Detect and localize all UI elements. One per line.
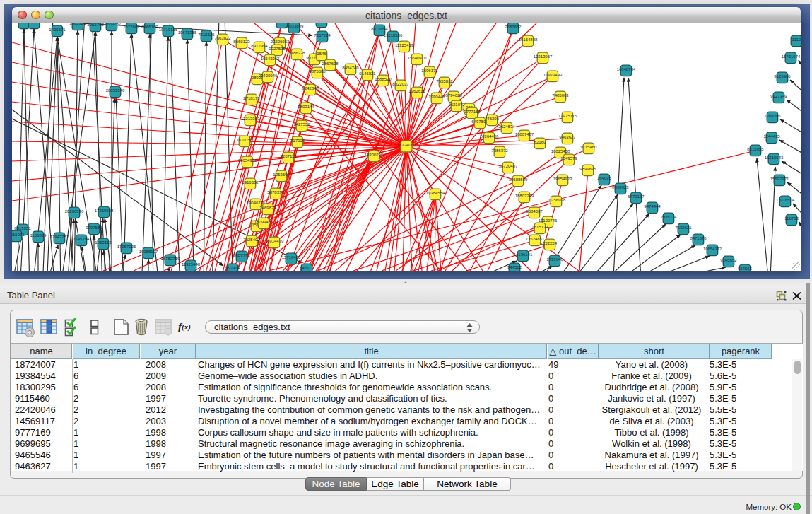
svg-text:9327505: 9327505 xyxy=(269,47,286,51)
svg-text:8813054: 8813054 xyxy=(371,27,388,31)
svg-text:116753: 116753 xyxy=(784,216,799,221)
svg-text:5878334: 5878334 xyxy=(267,190,284,194)
svg-text:952914: 952914 xyxy=(225,266,240,270)
svg-text:8912954: 8912954 xyxy=(251,44,268,48)
svg-text:1362615: 1362615 xyxy=(408,89,425,93)
svg-text:1065325: 1065325 xyxy=(69,23,86,25)
svg-text:10807487: 10807487 xyxy=(515,132,534,136)
svg-text:9242848: 9242848 xyxy=(302,86,319,90)
svg-text:8660123: 8660123 xyxy=(233,40,250,44)
svg-text:16648784: 16648784 xyxy=(617,67,636,71)
svg-text:15720407: 15720407 xyxy=(499,164,518,168)
svg-text:20364436: 20364436 xyxy=(480,134,499,139)
svg-text:20206536: 20206536 xyxy=(65,209,84,214)
svg-text:12213383: 12213383 xyxy=(241,117,260,121)
svg-text:15751074: 15751074 xyxy=(782,54,801,59)
svg-text:(x): (x) xyxy=(182,322,191,332)
svg-text:3267110: 3267110 xyxy=(281,154,298,158)
svg-text:13524851: 13524851 xyxy=(526,237,545,241)
svg-text:6794028: 6794028 xyxy=(445,93,462,98)
svg-text:12975115: 12975115 xyxy=(558,114,577,118)
svg-text:19654952: 19654952 xyxy=(238,158,257,163)
svg-text:16914479: 16914479 xyxy=(265,239,284,243)
svg-text:7357224: 7357224 xyxy=(314,33,331,37)
svg-text:18807249: 18807249 xyxy=(515,194,534,198)
svg-text:1990448: 1990448 xyxy=(428,95,445,99)
svg-text:2867608: 2867608 xyxy=(322,62,339,66)
svg-text:746206: 746206 xyxy=(485,117,500,121)
svg-text:7485063: 7485063 xyxy=(552,93,569,98)
svg-text:252254: 252254 xyxy=(543,241,558,245)
svg-text:7955812: 7955812 xyxy=(436,79,453,83)
svg-text:10025458: 10025458 xyxy=(551,149,570,153)
svg-text:7515526: 7515526 xyxy=(198,33,215,37)
svg-text:1353594: 1353594 xyxy=(273,173,290,177)
svg-text:9146821: 9146821 xyxy=(359,71,376,76)
svg-text:9857771: 9857771 xyxy=(233,253,250,257)
svg-text:10973493: 10973493 xyxy=(543,73,563,77)
svg-text:9777169: 9777169 xyxy=(464,110,481,114)
svg-text:18300295: 18300295 xyxy=(365,153,384,157)
svg-text:845112: 845112 xyxy=(300,266,314,270)
svg-text:1916682: 1916682 xyxy=(242,180,259,185)
svg-text:8938923: 8938923 xyxy=(612,185,629,189)
svg-text:10756928: 10756928 xyxy=(547,198,566,202)
svg-text:6479197: 6479197 xyxy=(628,194,645,199)
svg-text:7632621: 7632621 xyxy=(675,226,692,230)
svg-text:2718179: 2718179 xyxy=(243,96,260,100)
svg-text:1112: 1112 xyxy=(792,37,801,42)
svg-text:164095: 164095 xyxy=(597,176,612,180)
svg-text:1209385: 1209385 xyxy=(764,114,781,118)
svg-text:9129966: 9129966 xyxy=(774,74,791,78)
svg-text:12942757: 12942757 xyxy=(50,235,69,239)
svg-text:1549579: 1549579 xyxy=(560,156,577,160)
svg-text:9245652: 9245652 xyxy=(720,258,737,262)
svg-text:1145194: 1145194 xyxy=(73,237,90,241)
svg-text:9474444: 9474444 xyxy=(644,204,661,209)
svg-text:9427552: 9427552 xyxy=(293,122,310,127)
svg-text:2935114: 2935114 xyxy=(661,215,678,219)
svg-text:1250513: 1250513 xyxy=(95,240,112,245)
svg-text:8454749: 8454749 xyxy=(342,66,359,70)
svg-text:3624534: 3624534 xyxy=(498,124,515,129)
svg-text:10671355: 10671355 xyxy=(178,30,197,35)
svg-text:1527602: 1527602 xyxy=(123,25,140,29)
svg-text:17016504: 17016504 xyxy=(776,198,795,202)
svg-text:1546: 1546 xyxy=(317,52,326,56)
svg-text:8215955: 8215955 xyxy=(747,147,764,151)
svg-text:7663822: 7663822 xyxy=(214,36,231,40)
svg-text:2687682: 2687682 xyxy=(505,25,522,29)
svg-text:10653257: 10653257 xyxy=(102,23,122,26)
svg-text:19654923: 19654923 xyxy=(553,177,572,181)
svg-text:11923448: 11923448 xyxy=(182,262,201,267)
svg-text:16033809: 16033809 xyxy=(285,24,304,28)
svg-text:1733646: 1733646 xyxy=(546,257,563,262)
svg-text:23226053: 23226053 xyxy=(271,40,290,44)
svg-text:9115460: 9115460 xyxy=(581,145,598,149)
svg-text:17957225: 17957225 xyxy=(117,245,136,249)
svg-text:19384554: 19384554 xyxy=(426,191,445,195)
svg-text:9397586: 9397586 xyxy=(86,226,102,230)
svg-text:924565: 924565 xyxy=(738,267,753,271)
svg-text:11325419: 11325419 xyxy=(395,43,414,47)
svg-text:28053346: 28053346 xyxy=(106,88,125,93)
svg-text:19218506: 19218506 xyxy=(384,33,403,37)
svg-text:62160: 62160 xyxy=(534,140,546,144)
svg-text:10654112: 10654112 xyxy=(703,247,722,251)
svg-text:9899695: 9899695 xyxy=(579,167,596,171)
svg-text:1588520: 1588520 xyxy=(375,77,392,81)
svg-text:16543362: 16543362 xyxy=(261,57,280,61)
svg-text:8815051: 8815051 xyxy=(14,226,31,230)
svg-text:9875685: 9875685 xyxy=(309,69,326,74)
svg-text:3915971: 3915971 xyxy=(12,233,25,237)
svg-text:10120746: 10120746 xyxy=(539,218,558,223)
svg-text:944512: 944512 xyxy=(507,265,522,269)
svg-text:10958107: 10958107 xyxy=(139,250,158,254)
svg-text:317006: 317006 xyxy=(290,139,305,143)
svg-text:1610755: 1610755 xyxy=(236,138,253,142)
svg-text:2069140: 2069140 xyxy=(25,23,42,24)
svg-text:1244415: 1244415 xyxy=(763,134,780,139)
svg-text:14136141: 14136141 xyxy=(514,252,533,257)
svg-text:3469822: 3469822 xyxy=(259,206,276,210)
svg-text:16099489: 16099489 xyxy=(254,220,273,224)
